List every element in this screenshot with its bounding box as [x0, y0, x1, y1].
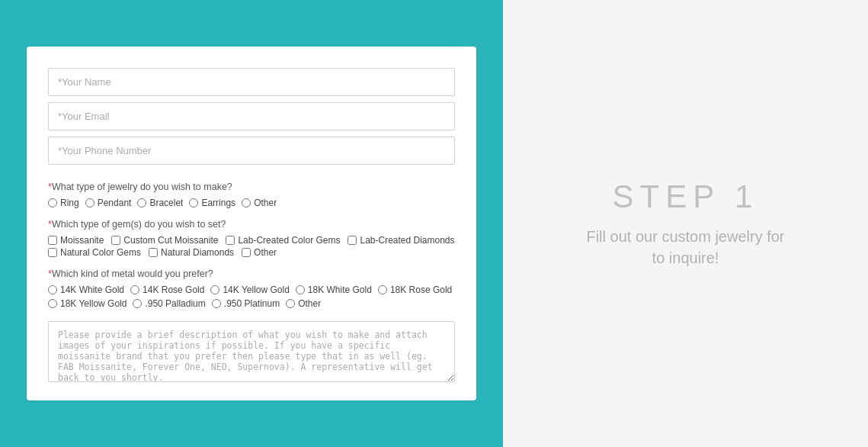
- right-panel: STEP 1 Fill out our custom jewelry for t…: [503, 0, 868, 447]
- step-subtitle: Fill out our custom jewelry for to inqui…: [579, 226, 793, 269]
- gems-section: *Which type of gem(s) do you wish to set…: [48, 219, 455, 258]
- gem-check-other[interactable]: [242, 248, 251, 257]
- gem-check-natural-diamonds[interactable]: [149, 248, 158, 257]
- metal-950-platinum[interactable]: .950 Platinum: [212, 298, 280, 309]
- metal-950-palladium[interactable]: .950 Palladium: [133, 298, 205, 309]
- email-input[interactable]: [48, 102, 455, 130]
- metal-18k-white[interactable]: 18K White Gold: [296, 285, 372, 295]
- metal-other[interactable]: Other: [286, 298, 321, 309]
- metal-14k-yellow[interactable]: 14K Yellow Gold: [210, 285, 289, 295]
- jewelry-option-ring[interactable]: Ring: [48, 198, 79, 208]
- metal-radio-18k-yellow[interactable]: [48, 299, 57, 308]
- jewelry-option-bracelet[interactable]: Bracelet: [137, 198, 183, 208]
- gem-lab-color[interactable]: Lab-Created Color Gems: [226, 235, 340, 246]
- metal-14k-white[interactable]: 14K White Gold: [48, 285, 124, 295]
- gem-custom-moissanite[interactable]: Custom Cut Moissanite: [111, 235, 218, 246]
- metal-radio-950-platinum[interactable]: [212, 299, 221, 308]
- gems-options-group: Moissanite Custom Cut Moissanite Lab-Cre…: [48, 235, 455, 258]
- jewelry-radio-other[interactable]: [242, 198, 251, 207]
- jewelry-options-group: Ring Pendant Bracelet Earrings Other: [48, 198, 455, 208]
- metal-18k-yellow[interactable]: 18K Yellow Gold: [48, 298, 127, 309]
- metal-rows: 14K White Gold 14K Rose Gold 14K Yellow …: [48, 285, 455, 309]
- form-card: *What type of jewelry do you wish to mak…: [27, 47, 476, 400]
- metal-radio-950-palladium[interactable]: [133, 299, 142, 308]
- gem-natural-color[interactable]: Natural Color Gems: [48, 247, 141, 258]
- gem-check-natural-color[interactable]: [48, 248, 57, 257]
- jewelry-label: *What type of jewelry do you wish to mak…: [48, 182, 455, 192]
- gem-moissanite[interactable]: Moissanite: [48, 235, 104, 246]
- jewelry-section: *What type of jewelry do you wish to mak…: [48, 182, 455, 208]
- metal-18k-rose[interactable]: 18K Rose Gold: [378, 285, 452, 295]
- gems-label: *Which type of gem(s) do you wish to set…: [48, 219, 455, 230]
- jewelry-radio-earrings[interactable]: [189, 198, 198, 207]
- metal-radio-18k-rose[interactable]: [378, 285, 387, 294]
- gem-check-custom-moissanite[interactable]: [111, 236, 120, 245]
- metal-radio-14k-rose[interactable]: [130, 285, 139, 294]
- step-title: STEP 1: [613, 178, 759, 215]
- gem-lab-diamonds[interactable]: Lab-Created Diamonds: [348, 235, 454, 246]
- gem-check-lab-diamonds[interactable]: [348, 236, 357, 245]
- gem-check-moissanite[interactable]: [48, 236, 57, 245]
- jewelry-option-other[interactable]: Other: [242, 198, 277, 208]
- phone-input[interactable]: [48, 137, 455, 165]
- jewelry-option-pendant[interactable]: Pendant: [85, 198, 132, 208]
- metal-row-2: 18K Yellow Gold .950 Palladium .950 Plat…: [48, 298, 455, 309]
- name-input[interactable]: [48, 68, 455, 96]
- metal-section: *Which kind of metal would you prefer? 1…: [48, 269, 455, 309]
- gems-question-text: Which type of gem(s) do you wish to set?: [52, 219, 226, 230]
- jewelry-option-earrings[interactable]: Earrings: [189, 198, 235, 208]
- metal-radio-18k-white[interactable]: [296, 285, 305, 294]
- gem-check-lab-color[interactable]: [226, 236, 235, 245]
- gem-other[interactable]: Other: [242, 247, 277, 258]
- metal-radio-14k-yellow[interactable]: [210, 285, 219, 294]
- metal-row-1: 14K White Gold 14K Rose Gold 14K Yellow …: [48, 285, 455, 295]
- gem-natural-diamonds[interactable]: Natural Diamonds: [149, 247, 234, 258]
- jewelry-radio-pendant[interactable]: [85, 198, 94, 207]
- jewelry-question-text: What type of jewelry do you wish to make…: [52, 182, 232, 192]
- left-panel: *What type of jewelry do you wish to mak…: [0, 0, 503, 447]
- metal-radio-14k-white[interactable]: [48, 285, 57, 294]
- jewelry-radio-ring[interactable]: [48, 198, 57, 207]
- metal-radio-other[interactable]: [286, 299, 295, 308]
- metal-question-text: Which kind of metal would you prefer?: [52, 269, 213, 279]
- metal-14k-rose[interactable]: 14K Rose Gold: [130, 285, 204, 295]
- jewelry-radio-bracelet[interactable]: [137, 198, 146, 207]
- metal-label: *Which kind of metal would you prefer?: [48, 269, 455, 279]
- description-textarea[interactable]: [48, 321, 455, 382]
